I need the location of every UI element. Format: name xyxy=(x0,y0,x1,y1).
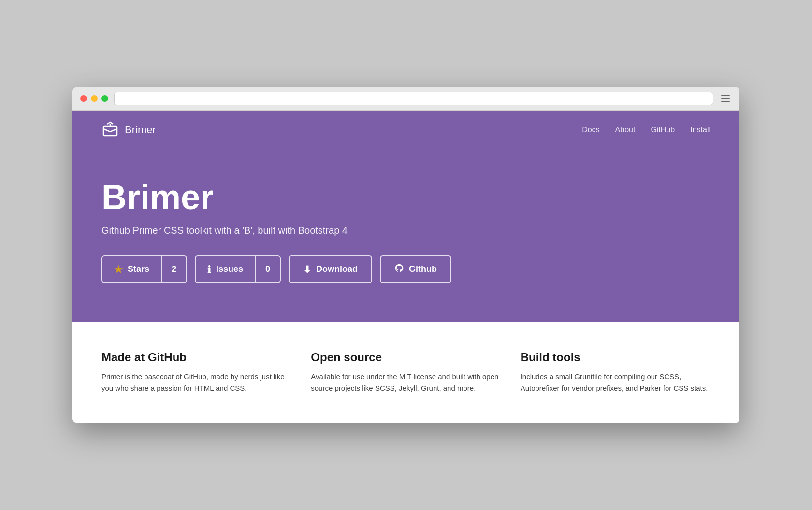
window-controls xyxy=(80,95,108,102)
browser-menu-button[interactable] xyxy=(719,93,732,104)
hero-title: Brimer xyxy=(102,178,710,216)
issues-count: 0 xyxy=(265,264,270,274)
browser-chrome xyxy=(72,87,740,111)
issues-label: Issues xyxy=(216,264,243,274)
issues-button[interactable]: ℹ Issues xyxy=(196,256,256,282)
nav-docs[interactable]: Docs xyxy=(582,126,599,134)
download-icon: ⬇ xyxy=(303,264,311,275)
menu-line xyxy=(721,95,730,96)
maximize-button[interactable] xyxy=(102,95,108,102)
logo-text: Brimer xyxy=(125,124,156,136)
stars-label: Stars xyxy=(128,264,149,274)
stars-count-badge[interactable]: 2 xyxy=(162,256,186,282)
hero-buttons: ★ Stars 2 ℹ Issues 0 xyxy=(102,255,710,283)
hero-section: Brimer Docs About GitHub Install Brimer … xyxy=(72,111,740,322)
stars-button-group: ★ Stars 2 xyxy=(102,255,187,283)
feature-github-title: Made at GitHub xyxy=(102,351,291,364)
info-icon: ℹ xyxy=(207,264,211,275)
feature-buildtools-text: Includes a small Gruntfile for compiling… xyxy=(521,371,710,394)
download-button[interactable]: ⬇ Download xyxy=(289,255,372,283)
main-nav: Brimer Docs About GitHub Install xyxy=(72,111,740,149)
menu-line xyxy=(721,101,730,102)
nav-logo[interactable]: Brimer xyxy=(102,121,156,139)
nav-github[interactable]: GitHub xyxy=(651,126,675,134)
feature-opensource: Open source Available for use under the … xyxy=(311,351,501,394)
hero-subtitle: Github Primer CSS toolkit with a 'B', bu… xyxy=(102,225,710,236)
github-label: Github xyxy=(409,264,437,274)
feature-github-text: Primer is the basecoat of GitHub, made b… xyxy=(102,371,291,394)
feature-github: Made at GitHub Primer is the basecoat of… xyxy=(102,351,291,394)
minimize-button[interactable] xyxy=(91,95,98,102)
download-label: Download xyxy=(316,264,358,274)
feature-opensource-title: Open source xyxy=(311,351,501,364)
nav-links: Docs About GitHub Install xyxy=(582,126,710,134)
feature-opensource-text: Available for use under the MIT license … xyxy=(311,371,501,394)
feature-buildtools: Build tools Includes a small Gruntfile f… xyxy=(521,351,710,394)
github-button[interactable]: Github xyxy=(380,255,451,283)
close-button[interactable] xyxy=(80,95,87,102)
issues-button-group: ℹ Issues 0 xyxy=(195,255,281,283)
address-bar[interactable] xyxy=(114,92,713,105)
hero-content: Brimer Github Primer CSS toolkit with a … xyxy=(72,149,740,322)
nav-install[interactable]: Install xyxy=(690,126,710,134)
logo-icon xyxy=(102,121,119,139)
browser-window: Brimer Docs About GitHub Install Brimer … xyxy=(72,87,740,423)
nav-about[interactable]: About xyxy=(615,126,636,134)
stars-button[interactable]: ★ Stars xyxy=(102,256,162,282)
github-icon xyxy=(394,263,404,275)
features-section: Made at GitHub Primer is the basecoat of… xyxy=(72,322,740,423)
menu-line xyxy=(721,98,730,99)
issues-count-badge[interactable]: 0 xyxy=(256,256,280,282)
svg-rect-0 xyxy=(103,126,117,136)
stars-count: 2 xyxy=(172,264,176,274)
star-icon: ★ xyxy=(114,264,123,275)
feature-buildtools-title: Build tools xyxy=(521,351,710,364)
